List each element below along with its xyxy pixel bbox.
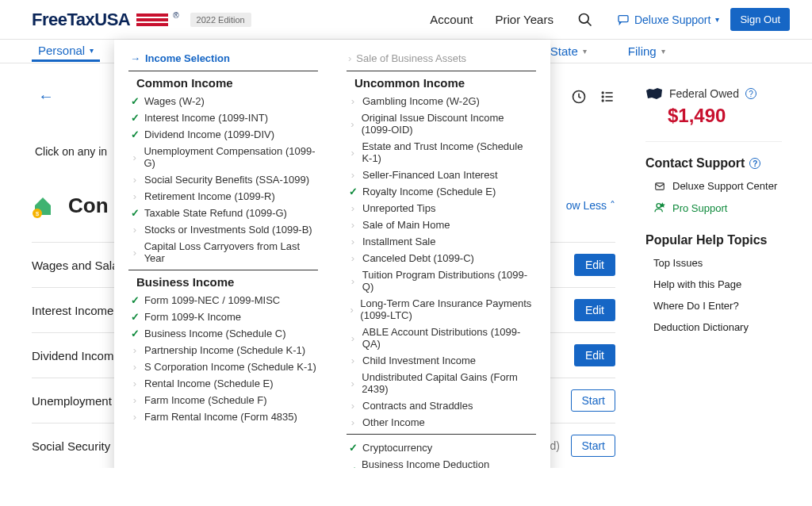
nav-personal[interactable]: Personal▾ <box>32 40 100 62</box>
dropdown-item-label: Tuition Program Distributions (1099-Q) <box>362 269 536 293</box>
svg-point-13 <box>657 204 661 208</box>
dropdown-item[interactable]: ›Original Issue Discount Income (1099-OI… <box>347 109 536 138</box>
dropdown-item[interactable]: ›Canceled Debt (1099-C) <box>347 250 536 266</box>
dropdown-item[interactable]: ›Social Security Benefits (SSA-1099) <box>128 171 318 188</box>
check-icon: ✓ <box>130 294 140 306</box>
dropdown-item-label: Social Security Benefits (SSA-1099) <box>144 174 309 186</box>
dropdown-item[interactable]: ›Tuition Program Distributions (1099-Q) <box>347 266 536 295</box>
svg-point-8 <box>602 100 603 102</box>
help-icon[interactable]: ? <box>745 88 756 99</box>
bullet-icon: › <box>130 190 140 202</box>
edit-button[interactable]: Edit <box>574 254 615 276</box>
dropdown-item-label: Royalty Income (Schedule E) <box>362 186 496 197</box>
dropdown-item[interactable]: ›Partnership Income (Schedule K-1) <box>128 342 318 358</box>
dropdown-item[interactable]: ›Unemployment Compensation (1099-G) <box>128 143 318 171</box>
dropdown-item[interactable]: ›ABLE Account Distributions (1099-QA) <box>347 324 536 352</box>
help-topic-link[interactable]: Where Do I Enter? <box>653 300 782 312</box>
dropdown-item[interactable]: ›Farm Rental Income (Form 4835) <box>128 408 318 425</box>
dropdown-item[interactable]: ✓Form 1099-K Income <box>128 309 318 325</box>
dropdown-item[interactable]: ›Child Investment Income <box>347 352 536 369</box>
search-icon[interactable] <box>577 12 593 28</box>
svg-rect-2 <box>619 15 628 21</box>
dropdown-item-label: Contracts and Straddles <box>362 400 473 412</box>
dropdown-item[interactable]: ›Gambling Income (W-2G) <box>347 93 536 109</box>
dropdown-item[interactable]: ›Undistributed Capital Gains (Form 2439) <box>347 369 536 397</box>
dropdown-item-label: Sale of Main Home <box>362 219 450 231</box>
start-button[interactable]: Start <box>571 435 615 457</box>
deluxe-label: Deluxe Support <box>634 13 711 26</box>
dropdown-item[interactable]: ✓Form 1099-NEC / 1099-MISC <box>128 292 318 309</box>
history-icon[interactable] <box>571 89 587 105</box>
bullet-icon: › <box>348 355 358 366</box>
dropdown-item[interactable]: ›Sale of Main Home <box>347 217 536 233</box>
nav-state[interactable]: State▾ <box>544 41 593 61</box>
dropdown-item[interactable]: ✓Wages (W-2) <box>128 93 318 109</box>
dropdown-lead[interactable]: →Income Selection <box>128 52 318 67</box>
start-button[interactable]: Start <box>571 389 615 412</box>
dropdown-item[interactable]: ›Unreported Tips <box>347 200 536 217</box>
sign-out-button[interactable]: Sign Out <box>730 8 790 31</box>
dropdown-lead[interactable]: ›Sale of Business Assets <box>347 52 536 67</box>
logo-text-b: USA <box>94 10 130 29</box>
bullet-icon: › <box>348 304 355 316</box>
dropdown-item-label: Installment Sale <box>362 236 436 247</box>
dropdown-item[interactable]: ✓Cryptocurrency <box>347 439 536 456</box>
dropdown-item-label: Long-Term Care Insurance Payments (1099-… <box>360 297 536 321</box>
bullet-icon: › <box>130 174 140 186</box>
dropdown-item[interactable]: ›Capital Loss Carryovers from Last Year <box>128 238 318 266</box>
help-icon[interactable]: ? <box>749 158 760 169</box>
help-topic-link[interactable]: Top Issues <box>653 257 782 269</box>
dropdown-item[interactable]: ✓Dividend Income (1099-DIV) <box>128 126 318 143</box>
dropdown-item[interactable]: ›Stocks or Investments Sold (1099-B) <box>128 221 318 238</box>
dropdown-item[interactable]: ›Rental Income (Schedule E) <box>128 375 318 392</box>
dropdown-item[interactable]: ✓Taxable State Refund (1099-G) <box>128 205 318 221</box>
dropdown-item[interactable]: ›Other Income <box>347 414 536 431</box>
nav-filing[interactable]: Filing▾ <box>622 41 672 61</box>
dropdown-item[interactable]: ›Long-Term Care Insurance Payments (1099… <box>347 295 536 324</box>
dropdown-item[interactable]: ›Seller-Financed Loan Interest <box>347 167 536 183</box>
dropdown-item-label: Business Income Deduction Carryforward <box>362 458 536 468</box>
dropdown-item[interactable]: ›S Corporation Income (Schedule K-1) <box>128 358 318 375</box>
logo[interactable]: FreeTaxUSA ® <box>32 10 179 30</box>
dropdown-item[interactable]: ✓Royalty Income (Schedule E) <box>347 183 536 200</box>
deluxe-support-menu[interactable]: Deluxe Support ▾ <box>617 13 720 26</box>
dropdown-item-label: Farm Income (Schedule F) <box>144 394 267 406</box>
list-icon[interactable] <box>599 89 615 105</box>
svg-point-0 <box>579 13 588 23</box>
back-arrow-icon[interactable]: ← <box>38 87 54 105</box>
pro-support-link[interactable]: Pro Support <box>653 201 782 214</box>
dropdown-item-label: Dividend Income (1099-DIV) <box>144 128 274 140</box>
bullet-icon: › <box>348 95 358 107</box>
dropdown-item-label: Gambling Income (W-2G) <box>362 95 480 107</box>
dropdown-item[interactable]: ✓Interest Income (1099-INT) <box>128 109 318 126</box>
dropdown-item-label: ABLE Account Distributions (1099-QA) <box>362 326 536 350</box>
dropdown-item-label: S Corporation Income (Schedule K-1) <box>144 361 316 373</box>
dropdown-item[interactable]: ✓Business Income Deduction Carryforward <box>347 456 536 468</box>
dropdown-item-label: Stocks or Investments Sold (1099-B) <box>144 224 312 236</box>
account-link[interactable]: Account <box>430 13 473 26</box>
bullet-icon: › <box>348 219 358 231</box>
chevron-down-icon: ▾ <box>583 47 587 56</box>
dropdown-item[interactable]: ›Installment Sale <box>347 233 536 250</box>
dropdown-item-label: Seller-Financed Loan Interest <box>362 169 498 181</box>
edit-button[interactable]: Edit <box>574 344 615 366</box>
dropdown-item[interactable]: ›Retirement Income (1099-R) <box>128 188 318 205</box>
svg-point-4 <box>602 92 603 94</box>
dropdown-item[interactable]: ›Farm Income (Schedule F) <box>128 392 318 408</box>
dropdown-item[interactable]: ›Contracts and Straddles <box>347 397 536 414</box>
person-star-icon <box>653 201 666 214</box>
dropdown-item-label: Canceled Debt (1099-C) <box>362 252 474 264</box>
bullet-icon: › <box>348 52 351 64</box>
mail-icon <box>653 181 666 192</box>
dropdown-item[interactable]: ✓Business Income (Schedule C) <box>128 325 318 342</box>
help-topic-link[interactable]: Help with this Page <box>653 278 782 290</box>
show-less-link[interactable]: ow Less ˄ <box>566 199 615 212</box>
check-icon: ✓ <box>348 442 358 454</box>
help-topic-link[interactable]: Deduction Dictionary <box>653 321 782 333</box>
deluxe-support-center-link[interactable]: Deluxe Support Center <box>653 180 782 192</box>
dropdown-item[interactable]: ›Estate and Trust Income (Schedule K-1) <box>347 138 536 167</box>
prior-years-link[interactable]: Prior Years <box>496 13 553 26</box>
registered-icon: ® <box>173 11 178 20</box>
edit-button[interactable]: Edit <box>574 299 615 321</box>
dropdown-item-label: Unreported Tips <box>362 202 436 214</box>
